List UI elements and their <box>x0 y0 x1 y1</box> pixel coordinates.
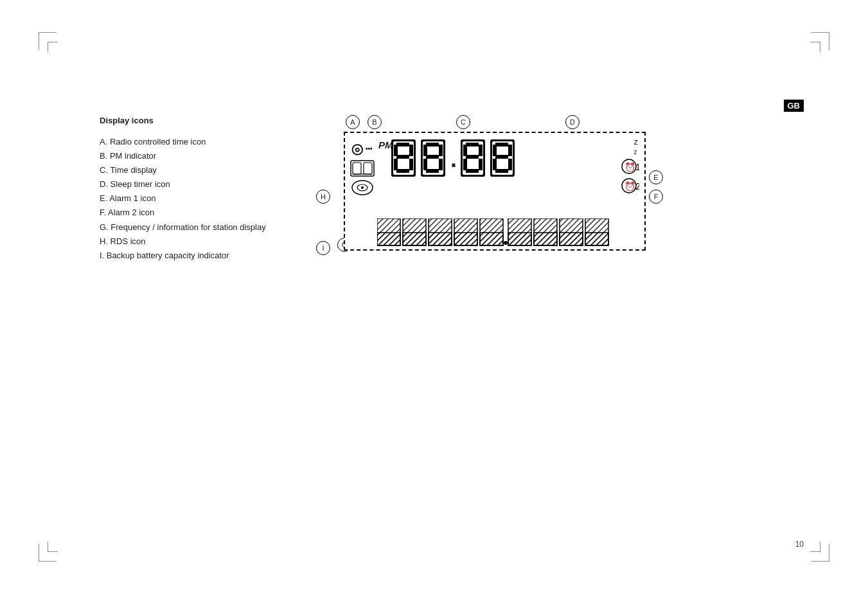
svg-rect-28 <box>466 169 479 173</box>
radio-icon: ⦾ ••• <box>351 139 377 163</box>
svg-rect-53 <box>403 233 426 245</box>
svg-rect-68 <box>585 233 608 245</box>
svg-rect-24 <box>479 145 483 156</box>
svg-rect-19 <box>426 169 439 173</box>
section-title: Display icons <box>100 116 154 125</box>
corner-mark-br-inner <box>810 542 820 552</box>
svg-rect-62 <box>508 233 531 245</box>
legend-item-c: C. Time display <box>100 163 266 177</box>
legend-item-i: I. Backup battery capacity indicator <box>100 249 266 263</box>
label-c: C <box>456 115 470 129</box>
legend-item-h: H. RDS icon <box>100 235 266 249</box>
svg-rect-34 <box>495 155 508 159</box>
svg-rect-37 <box>495 169 508 173</box>
legend-item-f: F. Alarm 2 icon <box>100 206 266 220</box>
alarm1-icon: ⏰1 <box>619 157 639 177</box>
svg-rect-23 <box>463 145 467 156</box>
svg-rect-10 <box>396 169 409 173</box>
svg-rect-32 <box>493 145 497 156</box>
label-e: E <box>649 170 663 184</box>
page-number: 10 <box>795 540 804 549</box>
svg-rect-31 <box>495 143 508 147</box>
svg-rect-55 <box>429 233 452 245</box>
svg-rect-17 <box>423 159 427 170</box>
svg-rect-33 <box>508 145 512 156</box>
svg-rect-36 <box>508 159 512 170</box>
svg-rect-35 <box>493 159 497 170</box>
display-diagram: A B C D E F I H G ⦾ ••• PM zz <box>315 112 687 260</box>
label-d: D <box>565 115 580 129</box>
time-display: · <box>390 138 517 178</box>
legend-list: A. Radio controlled time icon B. PM indi… <box>100 135 266 263</box>
svg-text:•••: ••• <box>366 145 373 152</box>
svg-rect-14 <box>423 145 427 156</box>
backup-battery-icon <box>350 160 375 179</box>
sleep-icon: zz <box>634 137 639 156</box>
gb-badge: GB <box>784 100 804 112</box>
svg-point-60 <box>504 241 508 245</box>
corner-mark-bl-inner <box>48 542 58 552</box>
svg-rect-27 <box>479 159 483 170</box>
label-b: B <box>368 115 382 129</box>
legend-item-b: B. PM indicator <box>100 149 266 163</box>
svg-rect-5 <box>394 145 398 156</box>
svg-rect-57 <box>454 233 477 245</box>
label-i: I <box>316 241 330 255</box>
svg-rect-59 <box>480 233 503 245</box>
legend-item-e: E. Alarm 1 icon <box>100 191 266 206</box>
corner-mark-tr-inner <box>810 42 820 52</box>
svg-rect-15 <box>439 145 443 156</box>
svg-rect-44 <box>364 163 372 174</box>
svg-rect-25 <box>466 155 479 159</box>
svg-rect-51 <box>377 233 400 245</box>
alarm2-icon: ⏰2 <box>619 177 639 197</box>
svg-rect-16 <box>426 155 439 159</box>
label-f: F <box>649 190 663 204</box>
svg-rect-13 <box>426 143 439 147</box>
label-a: A <box>346 115 360 129</box>
svg-rect-18 <box>439 159 443 170</box>
lcd-outer-border: ⦾ ••• PM zz <box>344 132 646 251</box>
legend-item-d: D. Sleep timer icon <box>100 177 266 191</box>
station-display <box>377 218 641 247</box>
svg-rect-22 <box>466 143 479 147</box>
svg-rect-4 <box>396 143 409 147</box>
svg-text:⦾: ⦾ <box>351 142 363 158</box>
label-h: H <box>316 190 330 204</box>
rds-icon <box>350 179 375 198</box>
corner-mark-tl-inner <box>48 42 58 52</box>
svg-text:⏰1: ⏰1 <box>624 162 639 173</box>
svg-rect-66 <box>560 233 583 245</box>
svg-rect-9 <box>409 159 413 170</box>
svg-rect-6 <box>409 145 413 156</box>
svg-rect-26 <box>463 159 467 170</box>
legend-item-a: A. Radio controlled time icon <box>100 135 266 149</box>
svg-point-48 <box>361 186 364 189</box>
svg-text:⏰2: ⏰2 <box>624 181 639 192</box>
svg-rect-8 <box>394 159 398 170</box>
svg-rect-64 <box>534 233 557 245</box>
svg-rect-7 <box>396 155 409 159</box>
legend-item-g: G. Frequency / information for station d… <box>100 220 266 235</box>
svg-rect-42 <box>351 161 374 176</box>
svg-rect-43 <box>353 163 361 174</box>
